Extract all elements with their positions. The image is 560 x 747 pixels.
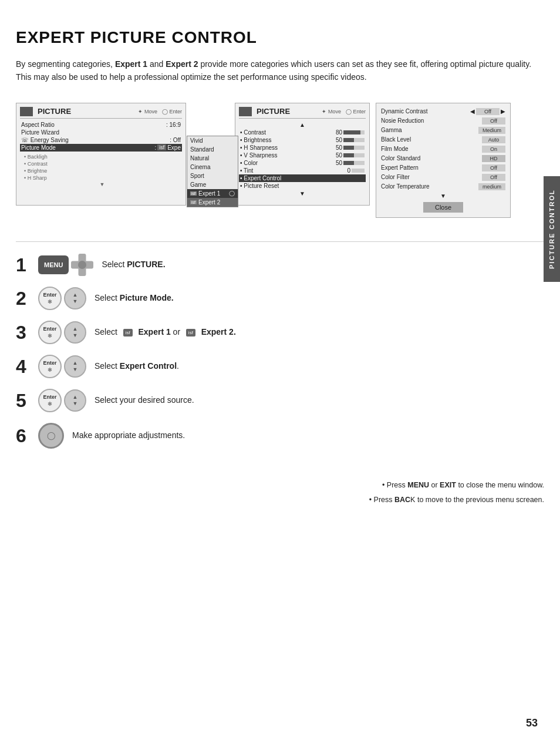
row-expert-control: • Expert Control: [239, 174, 366, 182]
row-contrast: • Contrast 80: [239, 129, 366, 136]
footer-notes: • Press MENU or EXIT to close the menu w…: [16, 472, 544, 507]
enter-button-5[interactable]: Enter ✱: [38, 389, 62, 412]
submenu-brightness: • Brightne: [22, 167, 182, 174]
scroll-wheel-5: ▲ ▼: [64, 389, 86, 412]
dpad-center: [78, 261, 86, 269]
side-label: PICTURE CONTROL: [544, 176, 560, 282]
row-bottom-arrow: ▼: [239, 190, 366, 197]
rp-gamma: Gamma Medium: [380, 126, 507, 135]
submenu-vivid: Vivid: [187, 136, 238, 145]
left-screen-title: PICTURE: [20, 107, 71, 116]
row-vsharpness: • V Sharpness 50: [239, 152, 366, 159]
submenu-expert2: isf Expert 2: [187, 198, 238, 207]
footer-note-1: • Press MENU or EXIT to close the menu w…: [16, 478, 544, 493]
submenu-indent: • Backligh • Contrast • Brightne • H Sha…: [20, 153, 182, 187]
row-color: • Color 50: [239, 159, 366, 167]
menu-button[interactable]: MENU: [38, 255, 69, 274]
dpad-1: [71, 254, 93, 276]
submenu-game: Game: [187, 180, 238, 189]
second-screen-title: PICTURE: [239, 107, 290, 116]
left-menu-row-aspect: Aspect Ratio : 16:9: [20, 121, 182, 129]
step-5: 5 Enter ✱ ▲ ▼ Select your desired source…: [16, 389, 544, 412]
second-screen-rows: ▲ • Contrast 80 • Brightness 50 • H Shar…: [239, 121, 366, 197]
tv-icon2: [239, 107, 252, 116]
step-1-buttons: MENU: [38, 254, 93, 276]
left-screen: PICTURE ✦ Move ◯ Enter Aspect Ratio : 16…: [16, 103, 186, 206]
isf-badge-2: isf: [186, 329, 195, 337]
right-panel: Dynamic Contrast ◀ Off ▶ Nosie Reduction…: [376, 103, 511, 218]
second-screen-nav: ✦ Move ◯ Enter: [322, 109, 366, 115]
left-screen-nav: ✦ Move ◯ Enter: [138, 109, 182, 115]
rp-black-level: Black Level Auto: [380, 135, 507, 144]
dial-6: ◯: [38, 423, 64, 449]
second-screen-header: PICTURE ✦ Move ◯ Enter: [239, 107, 366, 119]
step-1-number: 1: [16, 255, 35, 274]
left-menu-row-energy: ☏ Energy Saving : Off: [20, 136, 182, 144]
left-screen-title-text: PICTURE: [38, 107, 71, 116]
submenu-standard: Standard: [187, 145, 238, 154]
left-screen-header: PICTURE ✦ Move ◯ Enter: [20, 107, 182, 119]
scroll-wheel-2: ▲ ▼: [64, 287, 86, 309]
second-screen-title-text: PICTURE: [257, 107, 290, 116]
footer-note-2: • Press BACK to move to the previous men…: [16, 493, 544, 507]
submenu-hsharp: • H Sharp: [22, 174, 182, 181]
screens-section: PICTURE ✦ Move ◯ Enter Aspect Ratio : 16…: [16, 103, 544, 218]
page-title: EXPERT PICTURE CONTROL: [16, 28, 544, 47]
step-3: 3 Enter ✱ ▲ ▼ Select isf Expert 1 or isf…: [16, 321, 544, 344]
row-tint: • Tint 0: [239, 167, 366, 174]
left-menu-row-mode: Picture Mode : isf Expe: [20, 144, 182, 152]
scroll-wheel-4: ▲ ▼: [64, 355, 86, 378]
page-description: By segmenting categories, Expert 1 and E…: [16, 58, 544, 84]
rp-expert-pattern: Expert Pattern Off: [380, 163, 507, 173]
submenu-natural: Natural: [187, 154, 238, 163]
step-5-text: Select your desired source.: [95, 395, 194, 406]
page-number: 53: [526, 717, 538, 729]
step-1-text: Select PICTURE.: [102, 259, 165, 271]
rp-color-filter: Color Filter Off: [380, 173, 507, 182]
row-hsharpness: • H Sharpness 50: [239, 144, 366, 152]
close-button[interactable]: Close: [423, 202, 463, 213]
step-6-buttons: ◯: [38, 423, 64, 449]
step-1: 1 MENU Select PICTURE.: [16, 254, 544, 276]
step-4-number: 4: [16, 357, 35, 376]
step-3-buttons: Enter ✱ ▲ ▼: [38, 321, 86, 344]
enter-button-2[interactable]: Enter ✱: [38, 287, 62, 310]
step-3-text: Select isf Expert 1 or isf Expert 2.: [95, 327, 236, 338]
steps-section: 1 MENU Select PICTURE. 2 Enter ✱: [16, 241, 544, 449]
row-top-arrow: ▲: [239, 121, 366, 129]
scroll-wheel-3: ▲ ▼: [64, 321, 86, 344]
row-brightness: • Brightness 50: [239, 136, 366, 144]
submenu-contrast: • Contrast: [22, 160, 182, 167]
step-6: 6 ◯ Make appropriate adjustments.: [16, 423, 544, 449]
step-4-buttons: Enter ✱ ▲ ▼: [38, 355, 86, 378]
step-2-text: Select Picture Mode.: [95, 292, 174, 304]
second-screen: PICTURE ✦ Move ◯ Enter ▲ • Contrast 80 •…: [235, 103, 370, 206]
rp-noise-reduction: Nosie Reduction Off: [380, 116, 507, 126]
tv-icon: [20, 107, 33, 116]
submenu-sport: Sport: [187, 171, 238, 180]
row-picture-reset: • Picture Reset: [239, 182, 366, 190]
submenu-more-arrow: ▼: [22, 181, 182, 187]
step-4: 4 Enter ✱ ▲ ▼ Select Expert Control.: [16, 355, 544, 378]
isf-badge-1: isf: [123, 329, 133, 337]
step-6-text: Make appropriate adjustments.: [72, 430, 185, 442]
left-menu-rows: Aspect Ratio : 16:9 Picture Wizard ☏ Ene…: [20, 121, 182, 187]
step-2-buttons: Enter ✱ ▲ ▼: [38, 287, 86, 310]
step-5-number: 5: [16, 391, 35, 410]
rp-close-btn[interactable]: Close: [380, 202, 507, 213]
rp-color-standard: Color Standard HD: [380, 154, 507, 163]
rp-bottom-arrow: ▼: [380, 193, 507, 199]
rp-film-mode: Film Mode On: [380, 144, 507, 154]
step-5-buttons: Enter ✱ ▲ ▼: [38, 389, 86, 412]
submenu-backlight: • Backligh: [22, 153, 182, 160]
rp-dynamic-contrast: Dynamic Contrast ◀ Off ▶: [380, 107, 507, 116]
rp-color-temp: Color Temperature medium: [380, 182, 507, 191]
step-4-text: Select Expert Control.: [95, 361, 179, 372]
enter-button-3[interactable]: Enter ✱: [38, 321, 62, 344]
step-2: 2 Enter ✱ ▲ ▼ Select Picture Mode.: [16, 287, 544, 310]
left-menu-row-wizard: Picture Wizard: [20, 129, 182, 136]
step-6-number: 6: [16, 426, 35, 445]
enter-button-4[interactable]: Enter ✱: [38, 355, 62, 378]
step-3-number: 3: [16, 323, 35, 342]
submenu-cinema: Cinema: [187, 163, 238, 171]
